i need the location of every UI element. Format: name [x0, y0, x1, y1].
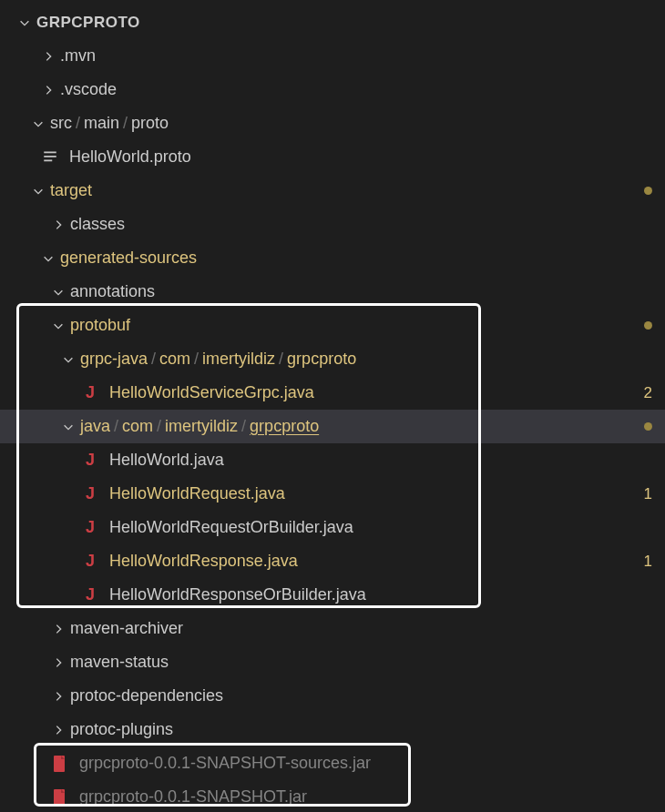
tree-item-generated-sources[interactable]: generated-sources	[0, 241, 665, 275]
jar-file-icon	[50, 754, 70, 774]
tree-item-helloworld-java[interactable]: J HelloWorld.java	[0, 443, 665, 477]
jar-file-icon	[50, 787, 70, 807]
item-label: grpcproto-0.0.1-SNAPSHOT-sources.jar	[79, 754, 371, 773]
tree-item-grpc-java-path[interactable]: grpc-java/com/imertyildiz/grpcproto	[0, 342, 665, 376]
tree-item-helloworldresponseorbuilder-java[interactable]: J HelloWorldResponseOrBuilder.java	[0, 578, 665, 612]
tree-item-java-path[interactable]: java/com/imertyildiz/grpcproto	[0, 410, 665, 443]
java-file-icon: J	[80, 518, 100, 538]
java-file-icon: J	[80, 383, 100, 403]
chevron-right-icon	[50, 217, 66, 233]
tree-item-protoc-dependencies[interactable]: protoc-dependencies	[0, 679, 665, 713]
tree-item-helloworldservicegrpc[interactable]: J HelloWorldServiceGrpc.java 2	[0, 376, 665, 410]
tree-item-src-main-proto[interactable]: src/main/proto	[0, 107, 665, 140]
item-label: protoc-plugins	[70, 720, 173, 739]
tree-item-protoc-plugins[interactable]: protoc-plugins	[0, 713, 665, 746]
item-label: HelloWorldResponseOrBuilder.java	[109, 585, 366, 604]
tree-item-classes[interactable]: classes	[0, 208, 665, 241]
java-file-icon: J	[80, 484, 100, 504]
chevron-right-icon	[40, 82, 56, 98]
modified-dot-icon	[644, 422, 652, 431]
modified-dot-icon	[644, 321, 652, 330]
tree-item-helloworld-proto[interactable]: HelloWorld.proto	[0, 140, 665, 174]
item-label: maven-status	[70, 653, 169, 672]
tree-item-root[interactable]: GRPCPROTO	[0, 5, 665, 39]
item-label: classes	[70, 215, 125, 234]
file-explorer-tree: GRPCPROTO .mvn .vscode src/main/proto	[0, 0, 665, 812]
item-label: maven-archiver	[70, 619, 183, 638]
chevron-down-icon	[50, 318, 66, 334]
item-label: HelloWorldServiceGrpc.java	[109, 383, 314, 402]
item-label: .mvn	[60, 46, 96, 66]
item-label: generated-sources	[60, 249, 197, 268]
tree-item-jar[interactable]: grpcproto-0.0.1-SNAPSHOT.jar	[0, 780, 665, 812]
item-label: HelloWorld.java	[109, 451, 224, 470]
chevron-down-icon	[60, 351, 77, 368]
item-label: protobuf	[70, 316, 130, 335]
item-label: java/com/imertyildiz/grpcproto	[80, 417, 319, 436]
problems-badge: 1	[644, 485, 652, 503]
item-label: grpc-java/com/imertyildiz/grpcproto	[80, 350, 356, 369]
tree-item-helloworldrequestorbuilder-java[interactable]: J HelloWorldRequestOrBuilder.java	[0, 511, 665, 544]
problems-badge: 1	[644, 553, 652, 571]
chevron-right-icon	[40, 48, 56, 65]
item-label: target	[50, 181, 92, 200]
tree-item-protobuf[interactable]: protobuf	[0, 309, 665, 342]
proto-file-icon	[40, 147, 60, 167]
chevron-down-icon	[16, 15, 33, 31]
item-label: HelloWorld.proto	[69, 147, 191, 167]
item-label: HelloWorldRequestOrBuilder.java	[109, 518, 353, 537]
chevron-down-icon	[60, 419, 77, 435]
tree-item-maven-status[interactable]: maven-status	[0, 645, 665, 679]
java-file-icon: J	[80, 451, 100, 471]
chevron-right-icon	[50, 621, 66, 637]
tree-item-annotations[interactable]: annotations	[0, 275, 665, 309]
item-label: annotations	[70, 282, 155, 301]
chevron-right-icon	[50, 722, 66, 738]
problems-badge: 2	[644, 384, 652, 402]
item-label: GRPCPROTO	[36, 14, 140, 32]
tree-item-mvn[interactable]: .mvn	[0, 39, 665, 73]
chevron-down-icon	[50, 284, 66, 300]
chevron-right-icon	[50, 688, 66, 705]
tree-item-helloworldresponse-java[interactable]: J HelloWorldResponse.java 1	[0, 544, 665, 578]
tree-item-maven-archiver[interactable]: maven-archiver	[0, 612, 665, 645]
item-label: HelloWorldRequest.java	[109, 484, 285, 503]
item-label: protoc-dependencies	[70, 686, 223, 705]
java-file-icon: J	[80, 585, 100, 605]
item-label: .vscode	[60, 80, 117, 99]
item-label: grpcproto-0.0.1-SNAPSHOT.jar	[79, 787, 307, 807]
tree-item-helloworldrequest-java[interactable]: J HelloWorldRequest.java 1	[0, 477, 665, 511]
tree-item-jar-sources[interactable]: grpcproto-0.0.1-SNAPSHOT-sources.jar	[0, 746, 665, 780]
java-file-icon: J	[80, 552, 100, 572]
item-label: HelloWorldResponse.java	[109, 552, 298, 571]
tree-item-vscode[interactable]: .vscode	[0, 73, 665, 107]
item-label: src/main/proto	[50, 114, 169, 133]
chevron-down-icon	[30, 183, 46, 199]
chevron-right-icon	[50, 655, 66, 671]
tree-item-target[interactable]: target	[0, 174, 665, 208]
chevron-down-icon	[40, 250, 56, 267]
modified-dot-icon	[644, 187, 652, 195]
chevron-down-icon	[30, 116, 46, 132]
